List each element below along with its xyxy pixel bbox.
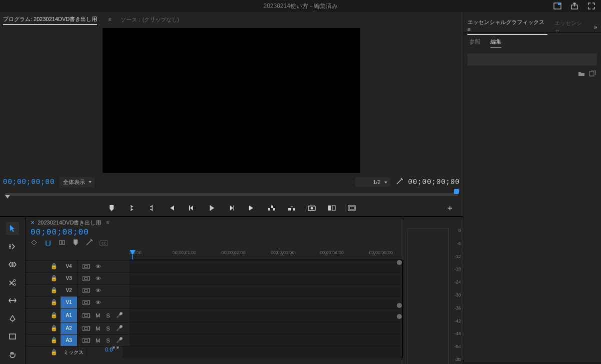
clip-area[interactable] bbox=[130, 322, 403, 334]
clip-area[interactable] bbox=[130, 284, 403, 296]
snap-toggle[interactable] bbox=[45, 240, 52, 246]
v-scroll-mid[interactable] bbox=[397, 303, 402, 308]
subtab-edit[interactable]: 編集 bbox=[490, 38, 501, 48]
subtab-browse[interactable]: 参照 bbox=[469, 38, 480, 48]
track-target-v3[interactable]: V3 bbox=[61, 272, 78, 284]
solo-button[interactable]: S bbox=[106, 312, 110, 318]
clip-area[interactable] bbox=[130, 334, 403, 346]
lock-icon[interactable]: 🔒 bbox=[51, 275, 58, 282]
time-ruler[interactable]: ;00;00 00;00;01;00 00;00;02;00 00;00;03;… bbox=[130, 250, 403, 260]
sync-lock-icon[interactable] bbox=[83, 326, 90, 331]
voice-over-icon[interactable]: 🎤 bbox=[116, 337, 123, 344]
rectangle-tool[interactable] bbox=[6, 330, 19, 343]
fullscreen-icon[interactable] bbox=[586, 1, 597, 11]
safe-margins-button[interactable] bbox=[347, 204, 356, 212]
track-target-a1[interactable]: A1 bbox=[61, 308, 78, 322]
v-scroll-top[interactable] bbox=[397, 260, 402, 265]
eye-icon[interactable]: 👁 bbox=[96, 288, 101, 294]
scrub-playhead[interactable] bbox=[5, 195, 11, 199]
lock-icon[interactable]: 🔒 bbox=[51, 337, 58, 344]
track-select-tool[interactable] bbox=[6, 240, 19, 253]
track-target-a3[interactable]: A3 bbox=[61, 334, 78, 346]
razor-tool[interactable] bbox=[6, 276, 19, 289]
quick-export-icon[interactable] bbox=[552, 1, 563, 11]
clip-area[interactable] bbox=[130, 308, 403, 322]
sync-lock-icon[interactable] bbox=[83, 276, 90, 281]
graphics-layer-list[interactable] bbox=[467, 54, 597, 66]
eye-icon[interactable]: 👁 bbox=[96, 276, 101, 282]
button-editor-button[interactable]: ＋ bbox=[446, 203, 454, 214]
v-scroll-mid2[interactable] bbox=[397, 314, 402, 319]
lock-icon[interactable]: 🔒 bbox=[51, 287, 58, 294]
slip-tool[interactable] bbox=[6, 294, 19, 307]
clip-area[interactable] bbox=[130, 260, 403, 272]
sync-lock-icon[interactable] bbox=[83, 264, 90, 269]
clip-area[interactable] bbox=[123, 346, 403, 358]
hand-tool[interactable] bbox=[6, 348, 19, 361]
track-target-v4[interactable]: V4 bbox=[61, 260, 78, 272]
playhead-icon[interactable] bbox=[130, 250, 136, 255]
voice-over-icon[interactable]: 🎤 bbox=[116, 325, 123, 332]
panel-overflow-icon[interactable]: » bbox=[594, 24, 597, 30]
voice-over-icon[interactable]: 🎤 bbox=[116, 312, 123, 318]
eye-icon[interactable]: 👁 bbox=[96, 300, 101, 306]
tab-program[interactable]: プログラム: 20230214DVD書き出し用 bbox=[3, 14, 97, 25]
lock-icon[interactable]: 🔒 bbox=[51, 299, 58, 306]
sequence-tab[interactable]: 20230214DVD書き出し用 bbox=[38, 219, 101, 226]
nest-toggle[interactable] bbox=[31, 240, 38, 246]
lock-icon[interactable]: 🔒 bbox=[51, 325, 58, 332]
clip-area[interactable] bbox=[130, 272, 403, 284]
add-marker-toggle[interactable] bbox=[73, 239, 79, 247]
mark-out-button[interactable] bbox=[147, 204, 156, 212]
step-forward-button[interactable] bbox=[227, 204, 236, 212]
lift-button[interactable] bbox=[267, 204, 276, 212]
linked-selection-toggle[interactable] bbox=[59, 240, 66, 246]
mute-button[interactable]: M bbox=[96, 326, 100, 332]
go-to-out-button[interactable] bbox=[247, 204, 256, 212]
settings-icon[interactable] bbox=[395, 178, 403, 186]
monitor-timecode[interactable]: 00;00;00;00 bbox=[3, 178, 55, 186]
clip-area[interactable] bbox=[130, 296, 403, 308]
mix-keyframe-icon[interactable] bbox=[113, 346, 119, 358]
step-back-button[interactable] bbox=[187, 204, 196, 212]
comparison-view-button[interactable] bbox=[327, 204, 336, 212]
tab-essential-overflow[interactable]: エッセンシャ bbox=[554, 20, 587, 34]
mix-level[interactable]: 0.0 bbox=[105, 346, 113, 358]
mark-in-button[interactable] bbox=[127, 204, 136, 212]
export-frame-button[interactable] bbox=[307, 204, 316, 212]
solo-button[interactable]: S bbox=[106, 338, 110, 344]
audio-meter[interactable] bbox=[407, 228, 449, 364]
lock-icon[interactable]: 🔒 bbox=[51, 349, 58, 356]
monitor-scrub-bar[interactable] bbox=[3, 190, 460, 200]
add-marker-button[interactable] bbox=[107, 204, 116, 212]
track-target-v1[interactable]: V1 bbox=[61, 296, 78, 308]
zoom-fit-select[interactable]: 全体表示 bbox=[60, 177, 95, 188]
out-point-marker[interactable] bbox=[454, 189, 459, 194]
timeline-timecode[interactable]: 00;00;08;00 bbox=[31, 228, 108, 237]
new-layer-icon[interactable] bbox=[589, 70, 596, 78]
play-button[interactable] bbox=[207, 204, 216, 212]
go-to-in-button[interactable] bbox=[167, 204, 176, 212]
new-group-icon[interactable] bbox=[578, 70, 585, 78]
pen-tool[interactable] bbox=[6, 312, 19, 325]
share-icon[interactable] bbox=[569, 1, 580, 11]
tab-source[interactable]: ソース：(クリップなし) bbox=[121, 15, 179, 24]
mute-button[interactable]: M bbox=[96, 338, 100, 344]
mute-button[interactable]: M bbox=[96, 312, 100, 318]
track-target-v2[interactable]: V2 bbox=[61, 284, 78, 296]
caption-track-toggle[interactable]: cc bbox=[100, 240, 108, 246]
extract-button[interactable] bbox=[287, 204, 296, 212]
sync-lock-icon[interactable] bbox=[83, 338, 90, 343]
sync-lock-icon[interactable] bbox=[83, 288, 90, 293]
timeline-settings-icon[interactable] bbox=[86, 239, 93, 247]
sync-lock-icon[interactable] bbox=[83, 313, 90, 318]
ripple-edit-tool[interactable] bbox=[6, 258, 19, 271]
panel-menu-icon[interactable]: ≡ bbox=[108, 16, 111, 22]
resolution-select[interactable]: 1/2 bbox=[355, 178, 390, 186]
solo-button[interactable]: S bbox=[106, 326, 110, 332]
lock-icon[interactable]: 🔒 bbox=[51, 263, 58, 270]
eye-icon[interactable]: 👁 bbox=[96, 264, 101, 270]
track-target-a2[interactable]: A2 bbox=[61, 322, 78, 334]
lock-icon[interactable]: 🔒 bbox=[51, 312, 58, 318]
tab-essential-graphics[interactable]: エッセンシャルグラフィックス ≡ bbox=[467, 18, 547, 35]
